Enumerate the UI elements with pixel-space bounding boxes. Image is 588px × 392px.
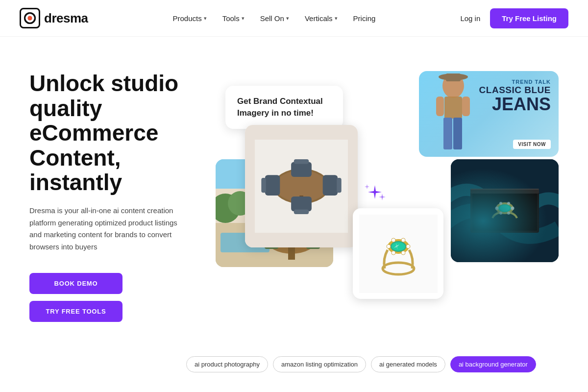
book-demo-button[interactable]: BOOK DEMO — [29, 273, 122, 294]
svg-point-41 — [392, 238, 395, 242]
fashion-visit-button[interactable]: VISIT NOW — [513, 140, 551, 149]
tag-amazon-listing[interactable]: amazon listing optimization — [273, 356, 366, 372]
svg-rect-29 — [265, 175, 280, 196]
svg-rect-3 — [444, 97, 462, 119]
chevron-down-icon: ▾ — [286, 15, 289, 22]
navigation: dresma Products ▾ Tools ▾ Sell On ▾ Vert… — [0, 0, 588, 37]
svg-rect-26 — [294, 159, 309, 164]
login-button[interactable]: Log in — [460, 14, 480, 23]
try-free-tools-button[interactable]: TRY FREE TOOLS — [29, 301, 122, 322]
svg-rect-30 — [261, 178, 266, 193]
hero-section: Unlock studio quality eCommerce Content,… — [0, 37, 588, 392]
nav-pricing[interactable]: Pricing — [353, 14, 376, 23]
hero-left: Unlock studio quality eCommerce Content,… — [29, 66, 186, 342]
jewelry-box-photo — [451, 159, 559, 262]
chevron-down-icon: ▾ — [242, 15, 245, 22]
nav-tools[interactable]: Tools ▾ — [222, 14, 245, 23]
svg-rect-32 — [337, 178, 342, 193]
svg-rect-2 — [446, 74, 461, 81]
tags-row: ai product photography amazon listing op… — [186, 356, 536, 372]
ring-card — [353, 208, 443, 299]
tag-ai-product-photography[interactable]: ai product photography — [186, 356, 268, 372]
fashion-text: TREND TALK CLASSIC BLUE JEANS — [471, 71, 559, 121]
svg-point-43 — [392, 251, 395, 255]
svg-point-44 — [401, 251, 405, 255]
chevron-down-icon: ▾ — [204, 15, 207, 22]
hero-description: Dresma is your all-in-one ai content cre… — [29, 205, 186, 253]
logo[interactable]: dresma — [20, 8, 88, 28]
logo-icon — [20, 8, 40, 28]
svg-rect-28 — [294, 210, 309, 215]
try-free-listing-button[interactable]: Try Free Listing — [490, 8, 568, 28]
hero-collage: Get Brand Contextual Imagery in no time! — [216, 61, 559, 306]
svg-point-38 — [392, 242, 405, 251]
svg-point-40 — [406, 245, 410, 248]
svg-rect-25 — [291, 162, 312, 177]
nav-actions: Log in Try Free Listing — [460, 8, 568, 28]
furniture-card — [245, 125, 358, 247]
svg-rect-27 — [291, 196, 312, 211]
sparkle-icon — [360, 181, 387, 211]
tag-ai-generated-models[interactable]: ai generated models — [371, 356, 445, 372]
nav-links: Products ▾ Tools ▾ Sell On ▾ Verticals ▾… — [172, 14, 375, 23]
svg-point-39 — [387, 245, 391, 248]
logo-text: dresma — [44, 11, 88, 26]
svg-point-42 — [401, 238, 405, 242]
svg-rect-5 — [453, 118, 462, 149]
nav-sell-on[interactable]: Sell On ▾ — [260, 14, 289, 23]
nav-verticals[interactable]: Verticals ▾ — [305, 14, 338, 23]
speech-bubble: Get Brand Contextual Imagery in no time! — [225, 86, 343, 129]
chevron-down-icon: ▾ — [335, 15, 338, 22]
svg-rect-7 — [462, 97, 470, 116]
hero-title: Unlock studio quality eCommerce Content,… — [29, 71, 186, 195]
nav-products[interactable]: Products ▾ — [172, 14, 206, 23]
tag-ai-background-generator[interactable]: ai background generator — [450, 356, 536, 372]
svg-rect-4 — [443, 118, 452, 149]
fashion-banner: TREND TALK CLASSIC BLUE JEANS VISIT NOW — [419, 71, 559, 157]
svg-rect-31 — [323, 175, 338, 196]
hero-buttons: BOOK DEMO TRY FREE TOOLS — [29, 273, 186, 322]
svg-rect-6 — [436, 97, 444, 116]
